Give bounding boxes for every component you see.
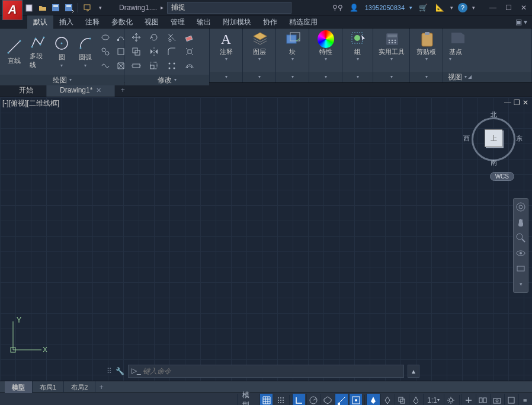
user-icon[interactable]: 👤 xyxy=(348,2,360,14)
group-icon[interactable] xyxy=(350,31,366,47)
cmd-customize-icon[interactable]: 🔧 xyxy=(116,367,124,375)
mod-scale-icon[interactable] xyxy=(146,59,162,72)
tab-collaborate[interactable]: 协作 xyxy=(257,15,283,28)
panel-utilities-expand[interactable]: ▾ xyxy=(373,72,409,82)
qa-save-icon[interactable] xyxy=(50,2,62,14)
panel-properties-expand[interactable]: ▾ xyxy=(309,72,342,82)
tool-arc[interactable]: 圆弧▾ xyxy=(75,35,96,68)
nav-showmotion-icon[interactable] xyxy=(515,263,527,275)
vp-restore-icon[interactable]: ❐ xyxy=(514,98,520,107)
tab-close-icon[interactable]: ✕ xyxy=(96,87,101,94)
tool-circle[interactable]: 圆▾ xyxy=(51,35,72,68)
draw-small-3-icon[interactable] xyxy=(98,45,113,58)
qa-dropdown-icon[interactable]: ▾ xyxy=(94,2,106,14)
tab-output[interactable]: 输出 xyxy=(191,15,217,28)
utilities-icon[interactable] xyxy=(383,31,400,47)
maximize-button[interactable]: ☐ xyxy=(502,2,514,14)
status-osnap-icon[interactable] xyxy=(349,394,362,406)
minimize-button[interactable]: — xyxy=(487,2,499,14)
tool-polyline[interactable]: 多段线 xyxy=(27,34,49,69)
vp-close-icon[interactable]: ✕ xyxy=(523,98,528,107)
mod-rotate-icon[interactable] xyxy=(146,31,162,44)
tab-parametric[interactable]: 参数化 xyxy=(105,15,139,28)
nav-pan-icon[interactable] xyxy=(515,216,527,228)
nav-wheel-icon[interactable] xyxy=(515,201,527,213)
block-icon[interactable] xyxy=(284,31,301,47)
annotate-text-icon[interactable]: A xyxy=(218,31,235,47)
tab-annotate[interactable]: 注释 xyxy=(79,15,105,28)
status-gear-icon[interactable] xyxy=(444,394,457,406)
viewcube-south[interactable]: 南 xyxy=(491,158,497,167)
close-button[interactable]: ✕ xyxy=(518,2,530,14)
status-lwt-icon[interactable] xyxy=(366,394,380,406)
panel-modify-label[interactable]: 修改▾ xyxy=(124,75,209,85)
tab-manage[interactable]: 管理 xyxy=(165,15,191,28)
panel-clipboard-expand[interactable]: ▾ xyxy=(410,72,443,82)
tab-start[interactable]: 开始 xyxy=(6,84,47,97)
clipboard-icon[interactable] xyxy=(418,31,435,47)
qa-saveas-icon[interactable] xyxy=(63,2,75,14)
mod-explode-icon[interactable] xyxy=(181,45,198,58)
mod-stretch-icon[interactable] xyxy=(128,59,145,72)
nav-orbit-icon[interactable] xyxy=(515,247,527,259)
status-grid-icon[interactable] xyxy=(259,394,273,406)
nav-zoom-icon[interactable] xyxy=(515,232,527,244)
command-input[interactable] xyxy=(128,365,404,378)
user-name[interactable]: 13952050834 xyxy=(365,4,405,11)
tab-view[interactable]: 视图 xyxy=(139,15,165,28)
qa-open-icon[interactable] xyxy=(37,2,49,14)
draw-small-5-icon[interactable] xyxy=(98,59,113,72)
viewport-label[interactable]: [-][俯视][二维线框] xyxy=(2,98,59,109)
tool-line[interactable]: 直线 xyxy=(4,39,25,65)
help-icon[interactable]: ? xyxy=(458,3,467,12)
layout-add-button[interactable]: + xyxy=(95,383,107,391)
nav-expand-icon[interactable]: ▾ xyxy=(515,278,527,290)
panel-block-expand[interactable]: ▾ xyxy=(276,72,309,82)
status-cleanscreen-icon[interactable] xyxy=(504,394,518,406)
drawing-area[interactable]: [-][俯视][二维线框] — ❐ ✕ 上 北 南 东 西 WCS ▾ Y X … xyxy=(0,97,532,381)
cmd-drag-handle-icon[interactable]: ⠿ xyxy=(107,367,112,375)
mod-copy-icon[interactable] xyxy=(128,45,145,58)
cmd-history-button[interactable]: ▴ xyxy=(408,365,419,378)
basepoint-icon[interactable] xyxy=(449,31,466,47)
vp-minimize-icon[interactable]: — xyxy=(504,98,511,107)
mod-array-icon[interactable] xyxy=(164,59,180,72)
panel-layers-expand[interactable]: ▾ xyxy=(243,72,275,82)
status-isodraft-icon[interactable] xyxy=(321,394,334,406)
tab-default[interactable]: 默认 xyxy=(27,15,53,28)
app-logo[interactable]: A xyxy=(2,0,23,20)
tab-insert[interactable]: 插入 xyxy=(53,15,79,28)
properties-icon[interactable] xyxy=(318,31,334,47)
status-transparency-icon[interactable] xyxy=(380,394,394,406)
mod-move-icon[interactable] xyxy=(128,31,145,44)
cart-icon[interactable]: 🛒 xyxy=(417,2,429,14)
layout-tab-1[interactable]: 布局1 xyxy=(33,381,64,393)
panel-view-label[interactable]: 视图▾ ◢ xyxy=(443,72,531,82)
draw-small-1-icon[interactable] xyxy=(98,31,113,44)
ribbon-overflow-icon[interactable]: ▣ ▾ xyxy=(511,18,532,26)
status-hardware-icon[interactable] xyxy=(490,394,504,406)
mod-trim-icon[interactable] xyxy=(164,31,180,44)
tab-addins[interactable]: 附加模块 xyxy=(217,15,257,28)
layout-tab-model[interactable]: 模型 xyxy=(5,381,33,393)
status-scale-button[interactable]: 1:1 ▾ xyxy=(423,394,443,406)
status-snap-icon[interactable] xyxy=(274,394,287,406)
share-icon[interactable]: ⚲⚲ xyxy=(332,2,344,14)
mod-erase-icon[interactable] xyxy=(181,31,198,44)
wcs-badge[interactable]: WCS xyxy=(490,172,514,181)
mod-mirror-icon[interactable] xyxy=(146,45,162,58)
status-otrack-icon[interactable] xyxy=(335,394,348,406)
layout-tab-2[interactable]: 布局2 xyxy=(64,381,95,393)
status-plus-icon[interactable] xyxy=(462,394,475,406)
panel-draw-label[interactable]: 绘图▾ xyxy=(0,75,124,85)
panel-group-expand[interactable]: ▾ xyxy=(342,72,373,82)
tab-drawing1[interactable]: Drawing1*✕ xyxy=(47,84,115,97)
tab-add-button[interactable]: + xyxy=(115,84,130,97)
status-annoscale-icon[interactable] xyxy=(409,394,422,406)
qa-plot-icon[interactable] xyxy=(81,2,93,14)
status-ortho-icon[interactable] xyxy=(292,394,305,406)
viewcube-east[interactable]: 东 xyxy=(516,134,523,143)
viewcube-west[interactable]: 西 xyxy=(463,134,470,143)
status-customize-icon[interactable]: ≡ xyxy=(518,394,531,406)
viewcube-face[interactable]: 上 xyxy=(485,129,502,147)
